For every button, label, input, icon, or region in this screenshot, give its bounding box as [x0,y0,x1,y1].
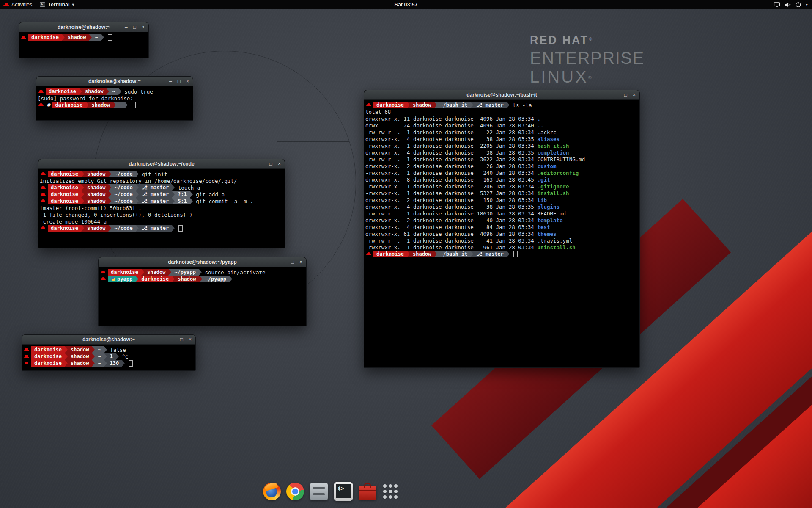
show-applications-icon[interactable] [382,483,399,500]
minimize-button[interactable]: – [172,337,175,342]
powerline-arrow-icon [507,251,510,257]
terminal-line: drwxrwxr-x. 4 darknoise darknoise 84 Jan… [365,224,638,230]
redhat-prompt-icon [24,360,30,367]
terminal-cursor [108,34,112,41]
powerline-arrow-icon [92,360,95,367]
close-button[interactable]: × [633,92,636,97]
system-menu[interactable]: ▾ [774,1,812,8]
powerline-arrow-icon [434,102,437,108]
minimize-button[interactable]: – [169,79,172,84]
powerline-arrow-icon [172,191,175,198]
terminal-content[interactable]: darknoiseshadow~ [19,32,148,58]
python-icon [111,277,115,281]
close-button[interactable]: × [142,25,145,30]
prompt-segment-host: shadow [175,276,199,282]
redhat-prompt-icon [41,191,46,198]
powerline-arrow-icon [104,360,107,367]
prompt-segment-host: shadow [82,88,106,95]
powerline-arrow-icon [136,191,139,198]
powerline-arrow-icon [81,171,84,177]
powerline-arrow-icon [135,276,138,282]
terminal-window-sudo: darknoise@shadow:~ – □ × darknoiseshadow… [36,76,193,121]
terminal-content[interactable]: darknoiseshadow~/pyapp source bin/activa… [99,267,306,326]
maximize-button[interactable]: □ [180,337,183,342]
maximize-button[interactable]: □ [269,161,272,166]
powerline-arrow-icon [79,88,82,95]
terminal-content[interactable]: darknoiseshadow~ falsedarknoiseshadow~1 … [22,345,195,370]
prompt-segment-user: darknoise [46,88,79,95]
redhat-prompt-icon [38,102,44,108]
titlebar[interactable]: darknoise@shadow:~/pyapp – □ × [99,257,306,267]
prompt-segment-user: darknoise [31,360,65,367]
prompt-segment-host: shadow [410,102,434,108]
powerline-arrow-icon [470,251,473,257]
maximize-button[interactable]: □ [178,79,181,84]
window-title: darknoise@shadow:~ [22,337,195,342]
titlebar[interactable]: darknoise@shadow:~/bash-it – □ × [364,90,639,100]
power-icon [795,1,801,8]
terminal-line: create mode 100644 a [40,218,283,225]
terminal-line: -rwxrwxr-x. 1 darknoise darknoise 5327 J… [365,190,638,196]
terminal-launcher-icon[interactable]: $> [334,482,353,501]
terminal-cursor [236,276,240,282]
app-menu-terminal[interactable]: > Terminal ▾ [40,2,74,8]
clock[interactable]: Sat 03:57 [0,2,812,8]
prompt-segment-gitst: S:1 [175,198,190,204]
prompt-segment-path: ~ [109,88,118,95]
terminal-line: drwxrwxr-x. 8 darknoise darknoise 163 Ja… [365,176,638,183]
terminal-line: darknoiseshadow~/code⎇ master [40,225,283,232]
prompt-segment-path: ~/bash-it [437,102,470,108]
close-button[interactable]: × [186,79,189,84]
prompt-segment-path: ~ [95,353,104,360]
prompt-segment-host: shadow [84,191,108,198]
minimize-button[interactable]: – [261,161,264,166]
minimize-button[interactable]: – [283,260,285,265]
titlebar[interactable]: darknoise@shadow:~/code – □ × [38,159,285,169]
powerline-arrow-icon [81,191,84,198]
terminal-cursor [132,102,136,108]
maximize-button[interactable]: □ [624,92,627,97]
terminal-line: -rw-rw-r--. 1 darknoise darknoise 18630 … [365,210,638,217]
files-icon[interactable] [310,483,328,500]
close-button[interactable]: × [299,260,302,265]
powerline-arrow-icon [108,184,111,191]
window-title: darknoise@shadow:~/bash-it [364,92,639,98]
terminal-content[interactable]: darknoiseshadow~/code git initInitialize… [38,169,285,248]
prompt-segment-user: darknoise [28,34,62,41]
titlebar[interactable]: darknoise@shadow:~ – □ × [36,77,193,86]
chrome-icon[interactable] [286,483,304,500]
terminal-line: drwxrwxr-x. 4 darknoise darknoise 38 Jan… [365,149,638,156]
terminal-line: darknoiseshadow~130 [23,360,194,367]
prompt-segment-path: ~/code [111,198,135,204]
terminal-window-bash-it: darknoise@shadow:~/bash-it – □ × darknoi… [364,90,640,368]
volume-icon [785,2,791,8]
powerline-arrow-icon [81,198,84,204]
prompt-segment-user: darknoise [52,102,86,108]
powerline-arrow-icon [199,269,202,276]
minimize-button[interactable]: – [125,25,128,30]
maximize-button[interactable]: □ [291,260,294,265]
prompt-segment-path: ~/code [111,171,135,177]
minimize-button[interactable]: – [616,92,619,97]
chevron-down-icon: ▾ [806,2,808,7]
terminal-line: darknoiseshadow~ sudo true [38,88,192,95]
software-toolbox-icon[interactable] [359,486,376,500]
maximize-button[interactable]: □ [133,25,136,30]
activities-button[interactable]: Activities [3,2,32,8]
redhat-prompt-icon [21,34,27,41]
terminal-line: [master (root-commit) 50bcb63] . [40,204,283,211]
titlebar[interactable]: darknoise@shadow:~ – □ × [22,335,195,345]
firefox-icon[interactable] [263,483,281,500]
terminal-line: -rw-rw-r--. 1 darknoise darknoise 22 Jan… [365,129,638,135]
terminal-content[interactable]: darknoiseshadow~ sudo true[sudo] passwor… [36,86,193,120]
close-button[interactable]: × [189,337,192,342]
terminal-content[interactable]: darknoiseshadow~/bash-it⎇ master ls -lat… [364,100,639,367]
titlebar[interactable]: darknoise@shadow:~ – □ × [19,22,148,32]
prompt-segment-path: ~/code [111,191,135,198]
powerline-arrow-icon [434,251,437,257]
activities-label: Activities [11,2,32,8]
prompt-segment-path: ~/code [111,184,135,191]
prompt-segment-host: shadow [89,102,113,108]
powerline-arrow-icon [190,198,193,204]
close-button[interactable]: × [278,161,281,166]
